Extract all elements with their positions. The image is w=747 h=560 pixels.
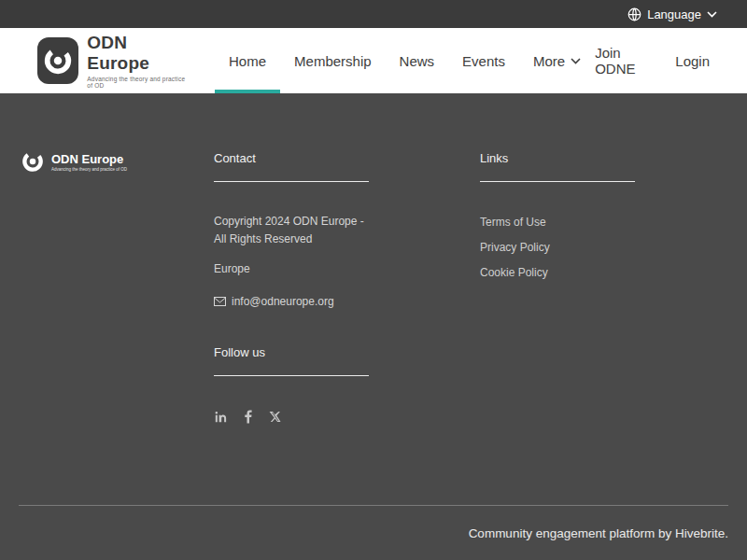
nav-item-events[interactable]: Events (448, 28, 519, 93)
odn-logo-mark (37, 37, 78, 84)
footer-brand-logo[interactable]: ODN Europe Advancing the theory and prac… (21, 149, 127, 174)
globe-icon (627, 7, 641, 21)
nav-item-home-label: Home (229, 53, 266, 69)
login-link[interactable]: Login (675, 53, 710, 69)
brand-text: ODN Europe Advancing the theory and prac… (87, 33, 190, 89)
email-link[interactable]: info@odneurope.org (214, 295, 369, 308)
language-selector[interactable]: Language (627, 7, 717, 21)
envelope-icon (214, 297, 226, 306)
main-nav: ODN Europe Advancing the theory and prac… (0, 28, 747, 93)
social-links (214, 410, 369, 424)
nav-item-membership-label: Membership (294, 53, 372, 69)
x-twitter-icon[interactable] (269, 411, 281, 423)
nav-item-more[interactable]: More (519, 28, 595, 93)
nav-actions: Join ODNE Login (595, 28, 710, 93)
footer-brand-name: ODN Europe (51, 152, 127, 166)
chevron-down-icon (571, 58, 581, 64)
footer-brand-text: ODN Europe Advancing the theory and prac… (51, 152, 127, 172)
copyright-text: Copyright 2024 ODN Europe - All Rights R… (214, 213, 369, 248)
join-odne-link[interactable]: Join ODNE (595, 45, 651, 77)
divider (480, 181, 635, 182)
odn-logo-mark (21, 149, 45, 174)
nav-item-news-label: News (400, 53, 435, 69)
chevron-down-icon (707, 11, 717, 18)
linkedin-icon[interactable] (214, 410, 228, 424)
follow-us-heading: Follow us (214, 345, 369, 359)
facebook-icon[interactable] (245, 410, 252, 424)
contact-heading: Contact (214, 151, 369, 165)
nav-item-home[interactable]: Home (215, 28, 280, 93)
nav-item-news[interactable]: News (386, 28, 449, 93)
footer-brand-tagline: Advancing the theory and practice of OD (51, 167, 127, 172)
brand-name: ODN Europe (87, 33, 190, 74)
footer-bottom-divider (19, 505, 728, 506)
links-heading: Links (480, 151, 635, 165)
nav-item-events-label: Events (462, 53, 505, 69)
divider (214, 375, 369, 376)
privacy-policy-link[interactable]: Privacy Policy (480, 241, 635, 254)
footer-links-list: Terms of Use Privacy Policy Cookie Polic… (480, 216, 635, 279)
page: Language ODN Europe Advancing the theory… (0, 0, 747, 560)
terms-of-use-link[interactable]: Terms of Use (480, 216, 635, 229)
divider (214, 181, 369, 182)
language-label: Language (647, 7, 701, 21)
brand-logo[interactable]: ODN Europe Advancing the theory and prac… (37, 28, 190, 93)
platform-note: Community engagement platform by Hivebri… (469, 526, 728, 540)
nav-item-more-label: More (533, 53, 565, 69)
footer: ODN Europe Advancing the theory and prac… (0, 93, 747, 560)
region-text: Europe (214, 260, 369, 278)
nav-menu: Home Membership News Events More (215, 28, 595, 93)
email-text: info@odneurope.org (232, 295, 334, 308)
footer-links-column: Links Terms of Use Privacy Policy Cookie… (480, 151, 635, 291)
nav-item-membership[interactable]: Membership (280, 28, 386, 93)
footer-contact-column: Contact Copyright 2024 ODN Europe - All … (214, 151, 369, 424)
topbar: Language (0, 0, 747, 28)
brand-tagline: Advancing the theory and practice of OD (87, 76, 190, 89)
cookie-policy-link[interactable]: Cookie Policy (480, 266, 635, 279)
